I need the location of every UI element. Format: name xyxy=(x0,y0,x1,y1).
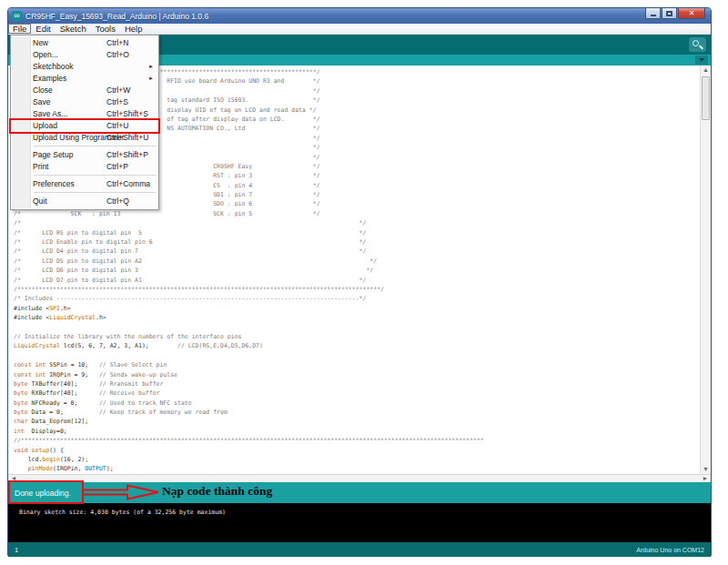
file-menu-items: NewCtrl+NOpen...Ctrl+OSketchbook►Example… xyxy=(11,37,158,207)
scroll-right-icon[interactable]: ► xyxy=(700,475,711,482)
code-line: /* LCD D7 pin to digital pin A1 */ xyxy=(14,276,698,285)
menubar-item-file[interactable]: File xyxy=(8,24,31,34)
menu-item-print[interactable]: PrintCtrl+P xyxy=(11,161,158,173)
close-button[interactable]: ✕ xyxy=(678,8,705,19)
submenu-arrow-icon: ► xyxy=(148,61,154,73)
menu-separator xyxy=(34,175,156,176)
menu-item-label: New xyxy=(33,38,48,47)
scroll-up-icon[interactable]: ▲ xyxy=(701,66,711,75)
code-line: byte NFCReady = 0; // Used to track NFC … xyxy=(14,399,698,408)
menu-item-label: Save xyxy=(33,97,50,106)
maximize-icon xyxy=(666,11,672,16)
menu-item-close[interactable]: CloseCtrl+W xyxy=(11,85,158,96)
menu-item-quit[interactable]: QuitCtrl+Q xyxy=(11,196,158,207)
menu-item-label: Open... xyxy=(33,50,58,59)
minimize-button[interactable] xyxy=(645,8,661,19)
menu-item-page-setup[interactable]: Page SetupCtrl+Shift+P xyxy=(11,149,158,161)
code-line xyxy=(14,351,698,360)
arduino-ide-window: ∞ CR95HF_Easy_15693_Read_Arduino | Ardui… xyxy=(7,7,712,556)
menu-bar: FileEditSketchToolsHelp xyxy=(8,24,711,35)
code-line: //**************************************… xyxy=(14,436,698,445)
code-line: #include <LiquidCrystal.h> xyxy=(14,313,698,322)
menubar-item-sketch[interactable]: Sketch xyxy=(56,24,91,34)
board-port-indicator: Arduino Uno on COM12 xyxy=(636,547,704,553)
menu-item-label: Page Setup xyxy=(33,150,73,159)
code-line: const int SSPin = 10; // Slave Select pi… xyxy=(14,360,698,369)
menu-item-shortcut: Ctrl+P xyxy=(106,161,128,173)
menu-item-label: Preferences xyxy=(33,179,75,188)
menu-item-label: Quit xyxy=(33,197,47,206)
menu-item-shortcut: Ctrl+Comma xyxy=(106,178,150,190)
code-line: const int IRQPin = 9; // Sends wake-up p… xyxy=(14,370,698,379)
menu-item-label: Save As... xyxy=(33,109,67,118)
close-icon: ✕ xyxy=(689,9,695,17)
chevron-down-icon xyxy=(699,58,704,62)
menu-item-label: Close xyxy=(33,86,53,95)
code-line: /* LCD Enable pin to digital pin 6 */ xyxy=(14,237,698,247)
menu-separator xyxy=(34,192,156,193)
menu-item-sketchbook[interactable]: Sketchbook► xyxy=(11,61,158,73)
menu-item-upload[interactable]: UploadCtrl+U xyxy=(11,120,158,132)
tab-menu-button[interactable] xyxy=(695,55,708,65)
code-line: void setup() { xyxy=(14,446,698,455)
file-menu-dropdown: NewCtrl+NOpen...Ctrl+OSketchbook►Example… xyxy=(10,35,159,210)
menu-item-label: Print xyxy=(33,162,48,171)
menu-item-shortcut: Ctrl+N xyxy=(106,37,128,49)
menu-item-shortcut: Ctrl+Q xyxy=(106,196,129,207)
window-controls: ✕ xyxy=(644,8,705,19)
annotation-arrow-icon xyxy=(81,484,161,500)
code-line: /* LCD D6 pin to digital pin 3 */ xyxy=(14,266,698,275)
code-line: /* */ xyxy=(14,218,698,227)
code-line: /* Includes ----------------------------… xyxy=(14,294,698,303)
maximize-button[interactable] xyxy=(662,8,677,19)
magnifier-icon xyxy=(693,40,699,46)
menu-item-label: Upload xyxy=(33,121,57,130)
horizontal-scrollbar-track[interactable] xyxy=(19,475,700,482)
code-line: byte Data = 0; // Keep track of memory w… xyxy=(14,408,698,417)
vertical-scrollbar[interactable]: ▲ ▼ xyxy=(700,66,711,474)
menu-item-preferences[interactable]: PreferencesCtrl+Comma xyxy=(11,178,158,190)
code-line: LiquidCrystal lcd(5, 6, 7, A2, 3, A1); /… xyxy=(14,341,698,350)
code-line: /* SCK : pin 13 SCK : pin 5 */ xyxy=(14,209,698,218)
code-line xyxy=(14,323,698,332)
code-line: #include <SPI.h> xyxy=(14,304,698,313)
code-line: /***************************************… xyxy=(14,285,698,294)
menu-item-new[interactable]: NewCtrl+N xyxy=(11,37,158,49)
console-output: Binary sketch size: 4,030 bytes (of a 32… xyxy=(8,503,711,542)
menu-item-shortcut: Ctrl+U xyxy=(106,120,128,132)
line-number-indicator: 1 xyxy=(15,546,18,554)
menu-item-shortcut: Ctrl+Shift+P xyxy=(106,149,148,161)
code-line: char Data_Eeprom[12]; xyxy=(14,417,698,426)
code-line: /* LCD D4 pin to digital pin 7 */ xyxy=(14,247,698,256)
code-line: byte TXBuffer[40]; // Rransmit buffer xyxy=(14,379,698,388)
menubar-item-tools[interactable]: Tools xyxy=(91,24,120,34)
menu-item-shortcut: Ctrl+Shift+U xyxy=(106,132,148,144)
menu-item-save-as[interactable]: Save As...Ctrl+Shift+S xyxy=(11,108,158,120)
scroll-down-icon[interactable]: ▼ xyxy=(701,465,711,474)
menu-item-upload-using-programmer[interactable]: Upload Using ProgrammerCtrl+Shift+U xyxy=(11,132,158,144)
code-line: /* LCD D5 pin to digital pin A2 */ xyxy=(14,257,698,266)
minimize-icon xyxy=(651,15,656,16)
code-line: int Display=0; xyxy=(14,427,698,436)
submenu-arrow-icon: ► xyxy=(148,73,154,85)
menu-item-shortcut: Ctrl+O xyxy=(106,49,129,61)
menu-item-examples[interactable]: Examples► xyxy=(11,73,158,85)
menubar-item-edit[interactable]: Edit xyxy=(31,24,55,34)
window-title: CR95HF_Easy_15693_Read_Arduino | Arduino… xyxy=(25,12,208,21)
code-line: /* LCD RS pin to digital pin 5 */ xyxy=(14,228,698,237)
footer-bar: 1 Arduino Uno on COM12 xyxy=(8,542,711,557)
horizontal-scrollbar[interactable]: ◄ ► xyxy=(8,474,711,482)
menubar-item-help[interactable]: Help xyxy=(120,24,147,34)
menu-item-shortcut: Ctrl+W xyxy=(106,85,130,96)
magnifier-handle-icon xyxy=(699,45,703,50)
vertical-scrollbar-thumb[interactable] xyxy=(702,76,710,120)
menu-item-shortcut: Ctrl+S xyxy=(106,96,128,108)
serial-monitor-button[interactable] xyxy=(689,37,706,52)
title-bar: ∞ CR95HF_Easy_15693_Read_Arduino | Ardui… xyxy=(8,8,711,24)
menu-item-open[interactable]: Open...Ctrl+O xyxy=(11,49,158,61)
arduino-logo-icon: ∞ xyxy=(12,11,22,21)
code-line: pinMode(IRQPin, OUTPUT); xyxy=(14,464,698,473)
annotation-box-done-uploading xyxy=(8,480,84,504)
menu-item-save[interactable]: SaveCtrl+S xyxy=(11,96,158,108)
annotation-text: Nạp code thành công xyxy=(162,484,272,499)
